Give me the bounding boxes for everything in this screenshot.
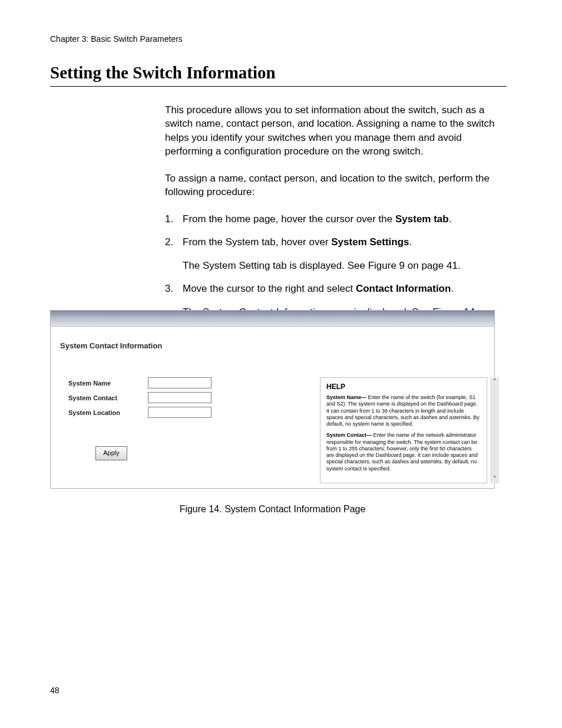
intro-paragraph: This procedure allows you to set informa… (165, 103, 507, 159)
label-system-location: System Location (68, 409, 148, 416)
field-row-system-name: System Name (68, 377, 320, 388)
screenshot-titlebar (51, 311, 494, 327)
apply-button[interactable]: Apply (95, 446, 127, 460)
label-system-contact: System Contact (68, 394, 148, 401)
body-text: This procedure allows you to set informa… (165, 103, 507, 330)
help-system-name: System Name— Enter the name of the switc… (326, 394, 481, 427)
input-system-location[interactable] (148, 407, 211, 418)
help-heading: HELP (326, 383, 481, 391)
step-text: From the System tab, hover over System S… (183, 236, 412, 248)
step-2: 2. From the System tab, hover over Syste… (165, 235, 507, 272)
step-number: 3. (165, 282, 173, 295)
step-text: Move the cursor to the right and select … (183, 283, 454, 294)
step-number: 1. (165, 212, 173, 226)
scroll-down-icon[interactable]: ˅ (490, 475, 499, 483)
step-subtext: The System Setting tab is displayed. See… (183, 259, 507, 272)
chapter-header: Chapter 3: Basic Switch Parameters (50, 34, 183, 44)
step-1: 1. From the home page, hover the cursor … (165, 212, 507, 226)
step-number: 2. (165, 235, 173, 249)
section-heading: Setting the Switch Information (50, 63, 507, 87)
field-row-system-location: System Location (68, 407, 320, 418)
help-panel: HELP System Name— Enter the name of the … (320, 377, 487, 483)
form-area: System Name System Contact System Locati… (55, 377, 320, 460)
lead-in-paragraph: To assign a name, contact person, and lo… (165, 172, 507, 199)
screenshot-title: System Contact Information (51, 327, 494, 356)
help-scrollbar[interactable]: ˄ ˅ (490, 377, 499, 483)
procedure-list: 1. From the home page, hover the cursor … (165, 212, 507, 319)
step-text: From the home page, hover the cursor ove… (183, 213, 451, 225)
field-row-system-contact: System Contact (68, 392, 320, 403)
page-number: 48 (50, 686, 59, 695)
scroll-up-icon[interactable]: ˄ (490, 377, 499, 386)
screenshot-frame: System Contact Information System Name S… (50, 310, 495, 489)
input-system-contact[interactable] (148, 392, 211, 403)
figure-14: System Contact Information System Name S… (50, 310, 495, 515)
help-system-contact: System Contact— Enter the name of the ne… (326, 432, 481, 472)
figure-caption: Figure 14. System Contact Information Pa… (50, 504, 495, 515)
label-system-name: System Name (68, 380, 148, 387)
input-system-name[interactable] (148, 377, 211, 388)
